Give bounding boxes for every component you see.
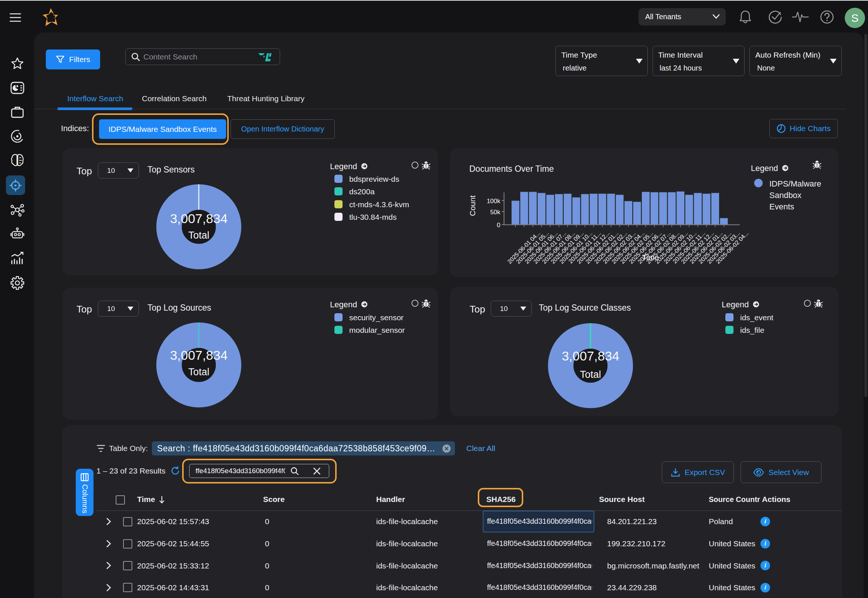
svg-text:50k: 50k (490, 209, 501, 216)
svg-text:0: 0 (497, 221, 500, 229)
svg-text:Count: Count (468, 195, 477, 216)
svg-text:Time: Time (642, 253, 659, 262)
svg-text:100k: 100k (486, 197, 500, 205)
